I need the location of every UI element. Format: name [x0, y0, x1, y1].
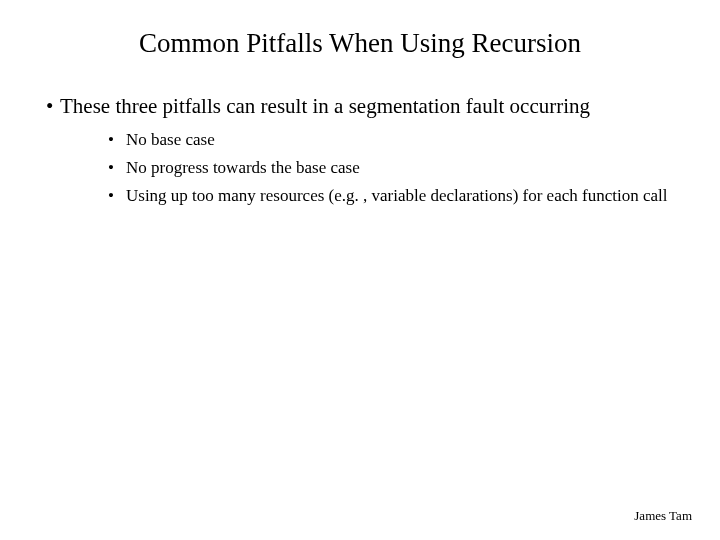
footer-author: James Tam	[634, 508, 692, 524]
bullet-lead-text: These three pitfalls can result in a seg…	[60, 94, 590, 118]
slide-title: Common Pitfalls When Using Recursion	[36, 28, 684, 59]
bullet-lead: These three pitfalls can result in a seg…	[46, 93, 684, 208]
bullet-list-level1: These three pitfalls can result in a seg…	[36, 93, 684, 208]
bullet-sub-item: No progress towards the base case	[108, 157, 684, 179]
bullet-sub-item: Using up too many resources (e.g. , vari…	[108, 185, 684, 207]
slide: Common Pitfalls When Using Recursion The…	[0, 0, 720, 540]
bullet-list-level2: No base case No progress towards the bas…	[60, 129, 684, 207]
bullet-sub-item: No base case	[108, 129, 684, 151]
